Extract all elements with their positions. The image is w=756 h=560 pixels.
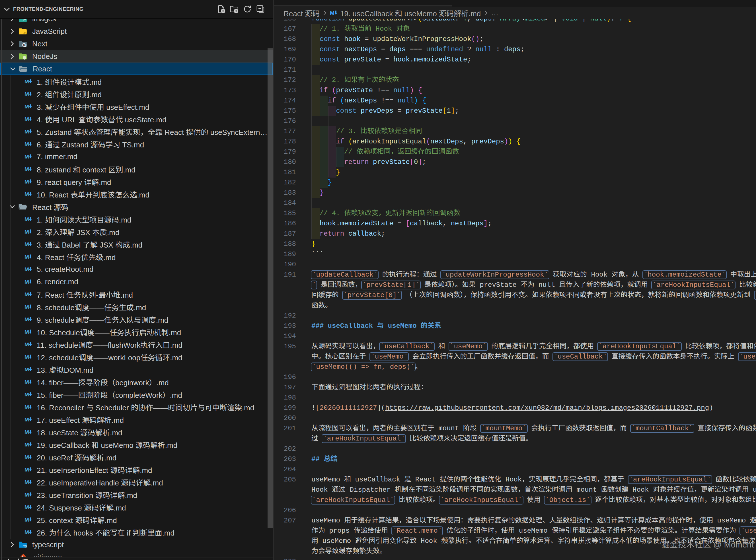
svg-text:M: M	[24, 304, 29, 310]
svg-text:M: M	[24, 517, 29, 523]
svg-text:M: M	[24, 191, 29, 197]
svg-text:M: M	[24, 79, 29, 84]
svg-text:M: M	[24, 467, 29, 473]
svg-text:M: M	[24, 179, 29, 185]
svg-text:M: M	[24, 354, 29, 360]
svg-text:TS: TS	[23, 545, 27, 548]
svg-text:M: M	[24, 128, 29, 135]
svg-text:M: M	[24, 254, 29, 260]
svg-text:M: M	[24, 116, 29, 122]
svg-text:M: M	[24, 316, 29, 322]
svg-text:M: M	[24, 292, 29, 297]
svg-text:M: M	[24, 366, 29, 373]
svg-text:JS: JS	[23, 32, 27, 35]
svg-text:M: M	[24, 454, 29, 460]
svg-text:M: M	[24, 91, 29, 97]
svg-text:M: M	[24, 279, 29, 285]
svg-text:M: M	[24, 216, 29, 222]
svg-text:M: M	[24, 229, 29, 235]
svg-text:M: M	[24, 492, 29, 498]
svg-text:M: M	[24, 529, 29, 535]
svg-text:M: M	[24, 266, 29, 272]
svg-text:M: M	[24, 104, 29, 109]
svg-text:M: M	[24, 429, 29, 435]
svg-text:M: M	[24, 392, 29, 398]
svg-text:M: M	[24, 154, 29, 160]
svg-text:M: M	[24, 141, 29, 147]
svg-text:M: M	[24, 241, 29, 247]
svg-text:M: M	[24, 417, 29, 423]
svg-text:M: M	[24, 404, 29, 410]
svg-text:M: M	[24, 379, 29, 385]
svg-text:M: M	[24, 329, 29, 335]
svg-text:M: M	[24, 479, 29, 485]
svg-text:M: M	[24, 504, 29, 510]
svg-text:M: M	[24, 442, 29, 447]
svg-text:M: M	[330, 10, 335, 16]
svg-text:M: M	[24, 166, 29, 172]
svg-text:M: M	[24, 341, 29, 347]
